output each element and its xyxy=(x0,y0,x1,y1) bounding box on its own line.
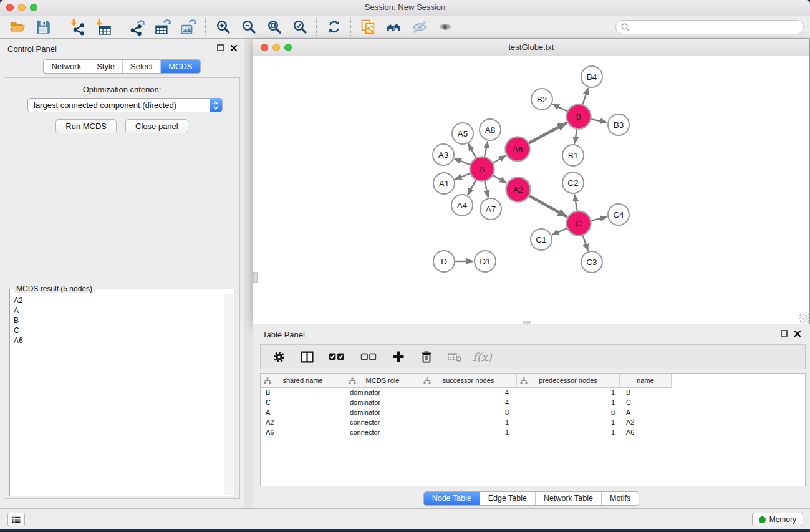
zoom-selected-icon[interactable] xyxy=(287,17,312,37)
graph-edge-A-A7[interactable] xyxy=(485,181,488,197)
clone-network-icon[interactable] xyxy=(355,17,381,37)
table-cell[interactable]: dominator xyxy=(345,399,420,406)
graph-edge-A-A1[interactable] xyxy=(455,173,470,179)
table-cell[interactable]: 4 xyxy=(420,389,517,396)
zoom-fit-icon[interactable] xyxy=(261,17,287,37)
export-image-icon[interactable] xyxy=(176,17,201,37)
task-history-button[interactable] xyxy=(7,513,25,526)
delete-columns-icon[interactable] xyxy=(419,349,434,364)
column-header-name[interactable]: name xyxy=(620,374,672,387)
table-cell[interactable]: A2 xyxy=(620,418,672,426)
tab-network[interactable]: Network xyxy=(44,60,89,73)
tab-select[interactable]: Select xyxy=(122,60,160,73)
mcds-result-item[interactable]: A6 xyxy=(14,336,224,346)
table-cell[interactable]: connector xyxy=(345,418,420,426)
table-cell[interactable]: 8 xyxy=(420,409,517,416)
tab-style[interactable]: Style xyxy=(89,60,122,73)
table-cell[interactable]: C xyxy=(620,399,672,406)
open-session-icon[interactable] xyxy=(5,17,31,37)
table-cell[interactable]: dominator xyxy=(345,409,420,416)
memory-button[interactable]: Memory xyxy=(752,513,803,526)
table-cell[interactable]: 1 xyxy=(517,418,620,426)
float-panel-icon[interactable] xyxy=(217,44,224,52)
refresh-view-icon[interactable] xyxy=(321,17,347,37)
graph-edge-B-B2[interactable] xyxy=(552,104,567,111)
graph-edge-A-A8[interactable] xyxy=(485,142,488,157)
table-cell[interactable]: 1 xyxy=(420,428,517,436)
graph-edge-C-C4[interactable] xyxy=(591,217,607,221)
table-cell[interactable]: A6 xyxy=(261,428,345,436)
column-header-successor-nodes[interactable]: successor nodes xyxy=(420,374,517,387)
tab-node-table[interactable]: Node Table xyxy=(424,492,480,505)
column-header-shared-name[interactable]: shared name xyxy=(261,374,345,387)
table-cell[interactable]: B xyxy=(620,389,672,396)
table-cell[interactable]: 1 xyxy=(517,399,620,406)
mcds-result-item[interactable]: B xyxy=(14,316,224,326)
hide-selected-icon[interactable] xyxy=(407,17,432,37)
search-input[interactable] xyxy=(632,21,803,32)
show-hidden-icon[interactable] xyxy=(432,17,458,37)
table-row[interactable]: A2connector11A2 xyxy=(261,417,805,427)
graph-edge-A6-B[interactable] xyxy=(529,123,567,143)
table-cell[interactable]: A2 xyxy=(261,418,345,426)
tab-mcds[interactable]: MCDS xyxy=(160,60,200,73)
save-session-icon[interactable] xyxy=(31,17,56,37)
network-window-titlebar[interactable]: testGlobe.txt xyxy=(253,39,809,56)
table-cell[interactable]: B xyxy=(261,389,345,396)
table-cell[interactable]: 1 xyxy=(517,428,620,436)
run-mcds-button[interactable]: Run MCDS xyxy=(55,119,117,133)
graph-edge-C-C1[interactable] xyxy=(552,228,567,235)
tab-motifs[interactable]: Motifs xyxy=(601,492,639,505)
float-table-panel-icon[interactable] xyxy=(781,330,788,337)
table-row[interactable]: A6connector11A6 xyxy=(261,427,805,437)
table-cell[interactable]: 1 xyxy=(420,418,517,426)
table-cell[interactable]: A6 xyxy=(620,428,672,436)
close-panel-icon[interactable] xyxy=(230,44,238,52)
table-cell[interactable]: A xyxy=(261,409,345,416)
close-panel-button[interactable]: Close panel xyxy=(125,119,188,133)
graph-edge-C-C3[interactable] xyxy=(583,235,588,251)
network-canvas[interactable]: B4B2BB3A8A5A6A3B1AA1C2A2A4A7C4CC1C3DD1 xyxy=(253,56,809,324)
graph-edge-A2-C[interactable] xyxy=(529,196,567,217)
graph-edge-B-B1[interactable] xyxy=(575,129,577,143)
delete-table-icon[interactable] xyxy=(447,349,462,364)
column-header-predecessor-nodes[interactable]: predecessor nodes xyxy=(517,374,620,387)
split-table-view-icon[interactable] xyxy=(299,349,314,364)
graph-edge-C-C2[interactable] xyxy=(575,195,577,211)
table-cell[interactable]: dominator xyxy=(345,389,420,396)
table-row[interactable]: Cdominator41C xyxy=(261,397,805,407)
mcds-result-item[interactable]: C xyxy=(14,326,224,336)
zoom-in-icon[interactable] xyxy=(210,17,236,37)
table-cell[interactable]: connector xyxy=(345,428,420,436)
table-settings-icon[interactable] xyxy=(271,349,286,364)
left-pane-handle[interactable] xyxy=(253,272,258,283)
graph-edge-B-B4[interactable] xyxy=(582,88,588,104)
select-all-columns-icon[interactable] xyxy=(327,349,346,364)
export-table-icon[interactable] xyxy=(150,17,176,37)
close-table-panel-icon[interactable] xyxy=(794,330,801,337)
mcds-result-item[interactable]: A xyxy=(14,306,224,316)
show-all-networks-icon[interactable] xyxy=(381,17,407,37)
window-resize-grip[interactable] xyxy=(799,314,809,323)
tab-edge-table[interactable]: Edge Table xyxy=(480,492,535,505)
export-network-icon[interactable] xyxy=(125,17,150,37)
graph-edge-A-A6[interactable] xyxy=(493,156,506,163)
optimization-criterion-select[interactable]: largest connected component (directed) xyxy=(27,98,223,112)
table-cell[interactable]: A xyxy=(620,409,672,416)
import-table-icon[interactable] xyxy=(90,17,116,37)
import-network-icon[interactable] xyxy=(65,17,90,37)
add-column-icon[interactable] xyxy=(391,349,406,364)
graph-edge-A-A4[interactable] xyxy=(468,180,476,195)
table-cell[interactable]: 0 xyxy=(517,409,620,416)
zoom-out-icon[interactable] xyxy=(236,17,261,37)
graph-edge-A-A3[interactable] xyxy=(455,159,470,165)
table-row[interactable]: Adominator80A xyxy=(261,407,805,417)
table-cell[interactable]: 1 xyxy=(517,389,620,396)
graph-edge-A-A5[interactable] xyxy=(468,144,476,158)
function-builder-icon[interactable]: f(x) xyxy=(473,351,492,364)
table-cell[interactable]: C xyxy=(261,399,345,406)
result-list-scrollbar[interactable] xyxy=(224,294,233,495)
table-row[interactable]: Bdominator41B xyxy=(261,387,805,397)
tab-network-table[interactable]: Network Table xyxy=(535,492,601,505)
deselect-all-columns-icon[interactable] xyxy=(359,349,378,364)
